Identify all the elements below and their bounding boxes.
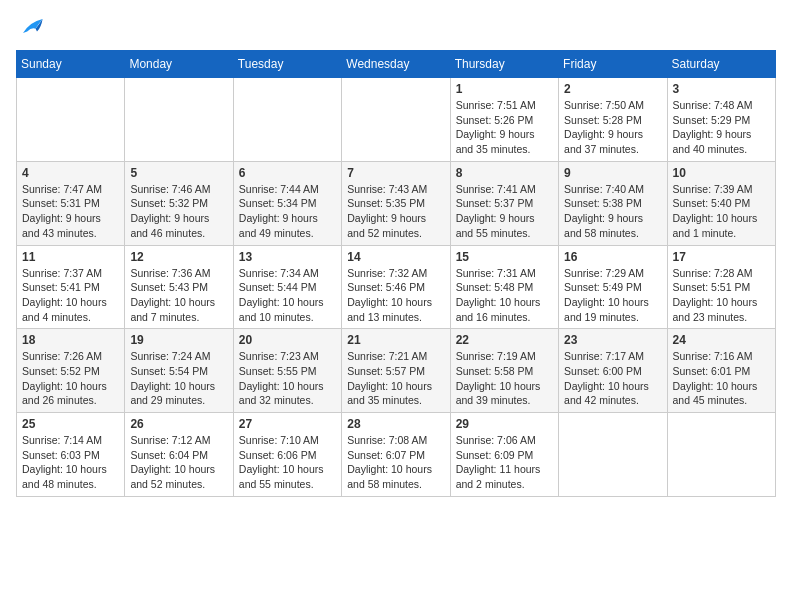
calendar-cell: 17Sunrise: 7:28 AMSunset: 5:51 PMDayligh… xyxy=(667,245,775,329)
day-number: 1 xyxy=(456,82,553,96)
day-number: 24 xyxy=(673,333,770,347)
calendar-cell: 24Sunrise: 7:16 AMSunset: 6:01 PMDayligh… xyxy=(667,329,775,413)
day-number: 29 xyxy=(456,417,553,431)
calendar-cell: 19Sunrise: 7:24 AMSunset: 5:54 PMDayligh… xyxy=(125,329,233,413)
day-info: Sunrise: 7:48 AMSunset: 5:29 PMDaylight:… xyxy=(673,98,770,157)
day-info: Sunrise: 7:10 AMSunset: 6:06 PMDaylight:… xyxy=(239,433,336,492)
day-number: 22 xyxy=(456,333,553,347)
day-number: 26 xyxy=(130,417,227,431)
calendar-cell: 15Sunrise: 7:31 AMSunset: 5:48 PMDayligh… xyxy=(450,245,558,329)
calendar-week-row: 18Sunrise: 7:26 AMSunset: 5:52 PMDayligh… xyxy=(17,329,776,413)
calendar-cell xyxy=(125,78,233,162)
calendar-cell: 25Sunrise: 7:14 AMSunset: 6:03 PMDayligh… xyxy=(17,413,125,497)
calendar-cell: 16Sunrise: 7:29 AMSunset: 5:49 PMDayligh… xyxy=(559,245,667,329)
day-number: 21 xyxy=(347,333,444,347)
day-info: Sunrise: 7:14 AMSunset: 6:03 PMDaylight:… xyxy=(22,433,119,492)
calendar-header-row: SundayMondayTuesdayWednesdayThursdayFrid… xyxy=(17,51,776,78)
day-number: 28 xyxy=(347,417,444,431)
day-info: Sunrise: 7:17 AMSunset: 6:00 PMDaylight:… xyxy=(564,349,661,408)
day-number: 27 xyxy=(239,417,336,431)
weekday-header-sunday: Sunday xyxy=(17,51,125,78)
day-info: Sunrise: 7:44 AMSunset: 5:34 PMDaylight:… xyxy=(239,182,336,241)
day-number: 3 xyxy=(673,82,770,96)
day-info: Sunrise: 7:39 AMSunset: 5:40 PMDaylight:… xyxy=(673,182,770,241)
calendar-cell: 6Sunrise: 7:44 AMSunset: 5:34 PMDaylight… xyxy=(233,161,341,245)
logo-icon xyxy=(16,16,44,40)
day-number: 7 xyxy=(347,166,444,180)
day-info: Sunrise: 7:26 AMSunset: 5:52 PMDaylight:… xyxy=(22,349,119,408)
calendar-cell: 22Sunrise: 7:19 AMSunset: 5:58 PMDayligh… xyxy=(450,329,558,413)
day-number: 4 xyxy=(22,166,119,180)
day-info: Sunrise: 7:51 AMSunset: 5:26 PMDaylight:… xyxy=(456,98,553,157)
day-info: Sunrise: 7:41 AMSunset: 5:37 PMDaylight:… xyxy=(456,182,553,241)
day-number: 18 xyxy=(22,333,119,347)
weekday-header-wednesday: Wednesday xyxy=(342,51,450,78)
calendar-week-row: 11Sunrise: 7:37 AMSunset: 5:41 PMDayligh… xyxy=(17,245,776,329)
weekday-header-saturday: Saturday xyxy=(667,51,775,78)
day-number: 2 xyxy=(564,82,661,96)
calendar-cell: 26Sunrise: 7:12 AMSunset: 6:04 PMDayligh… xyxy=(125,413,233,497)
day-number: 15 xyxy=(456,250,553,264)
calendar-cell: 4Sunrise: 7:47 AMSunset: 5:31 PMDaylight… xyxy=(17,161,125,245)
calendar-cell: 12Sunrise: 7:36 AMSunset: 5:43 PMDayligh… xyxy=(125,245,233,329)
calendar-cell xyxy=(233,78,341,162)
calendar-cell: 23Sunrise: 7:17 AMSunset: 6:00 PMDayligh… xyxy=(559,329,667,413)
calendar-week-row: 25Sunrise: 7:14 AMSunset: 6:03 PMDayligh… xyxy=(17,413,776,497)
calendar-cell: 27Sunrise: 7:10 AMSunset: 6:06 PMDayligh… xyxy=(233,413,341,497)
day-info: Sunrise: 7:36 AMSunset: 5:43 PMDaylight:… xyxy=(130,266,227,325)
day-info: Sunrise: 7:08 AMSunset: 6:07 PMDaylight:… xyxy=(347,433,444,492)
day-number: 9 xyxy=(564,166,661,180)
calendar-cell: 14Sunrise: 7:32 AMSunset: 5:46 PMDayligh… xyxy=(342,245,450,329)
day-number: 16 xyxy=(564,250,661,264)
day-info: Sunrise: 7:29 AMSunset: 5:49 PMDaylight:… xyxy=(564,266,661,325)
day-number: 12 xyxy=(130,250,227,264)
calendar-cell: 28Sunrise: 7:08 AMSunset: 6:07 PMDayligh… xyxy=(342,413,450,497)
calendar-week-row: 1Sunrise: 7:51 AMSunset: 5:26 PMDaylight… xyxy=(17,78,776,162)
day-info: Sunrise: 7:28 AMSunset: 5:51 PMDaylight:… xyxy=(673,266,770,325)
day-number: 10 xyxy=(673,166,770,180)
day-info: Sunrise: 7:21 AMSunset: 5:57 PMDaylight:… xyxy=(347,349,444,408)
weekday-header-thursday: Thursday xyxy=(450,51,558,78)
calendar-cell: 21Sunrise: 7:21 AMSunset: 5:57 PMDayligh… xyxy=(342,329,450,413)
day-number: 13 xyxy=(239,250,336,264)
day-info: Sunrise: 7:24 AMSunset: 5:54 PMDaylight:… xyxy=(130,349,227,408)
day-info: Sunrise: 7:46 AMSunset: 5:32 PMDaylight:… xyxy=(130,182,227,241)
day-info: Sunrise: 7:32 AMSunset: 5:46 PMDaylight:… xyxy=(347,266,444,325)
day-number: 19 xyxy=(130,333,227,347)
day-number: 20 xyxy=(239,333,336,347)
day-info: Sunrise: 7:34 AMSunset: 5:44 PMDaylight:… xyxy=(239,266,336,325)
day-number: 25 xyxy=(22,417,119,431)
calendar-cell xyxy=(559,413,667,497)
day-info: Sunrise: 7:43 AMSunset: 5:35 PMDaylight:… xyxy=(347,182,444,241)
day-info: Sunrise: 7:31 AMSunset: 5:48 PMDaylight:… xyxy=(456,266,553,325)
logo xyxy=(16,16,48,40)
day-number: 5 xyxy=(130,166,227,180)
day-info: Sunrise: 7:12 AMSunset: 6:04 PMDaylight:… xyxy=(130,433,227,492)
day-number: 6 xyxy=(239,166,336,180)
calendar-cell: 1Sunrise: 7:51 AMSunset: 5:26 PMDaylight… xyxy=(450,78,558,162)
day-number: 14 xyxy=(347,250,444,264)
day-number: 11 xyxy=(22,250,119,264)
calendar-cell xyxy=(17,78,125,162)
calendar-cell xyxy=(342,78,450,162)
calendar-cell: 18Sunrise: 7:26 AMSunset: 5:52 PMDayligh… xyxy=(17,329,125,413)
weekday-header-friday: Friday xyxy=(559,51,667,78)
calendar-cell: 2Sunrise: 7:50 AMSunset: 5:28 PMDaylight… xyxy=(559,78,667,162)
day-number: 23 xyxy=(564,333,661,347)
day-info: Sunrise: 7:23 AMSunset: 5:55 PMDaylight:… xyxy=(239,349,336,408)
calendar-week-row: 4Sunrise: 7:47 AMSunset: 5:31 PMDaylight… xyxy=(17,161,776,245)
weekday-header-monday: Monday xyxy=(125,51,233,78)
day-info: Sunrise: 7:37 AMSunset: 5:41 PMDaylight:… xyxy=(22,266,119,325)
page-header xyxy=(16,16,776,40)
calendar-cell: 5Sunrise: 7:46 AMSunset: 5:32 PMDaylight… xyxy=(125,161,233,245)
calendar-cell: 13Sunrise: 7:34 AMSunset: 5:44 PMDayligh… xyxy=(233,245,341,329)
calendar-cell: 9Sunrise: 7:40 AMSunset: 5:38 PMDaylight… xyxy=(559,161,667,245)
day-info: Sunrise: 7:19 AMSunset: 5:58 PMDaylight:… xyxy=(456,349,553,408)
calendar-cell: 20Sunrise: 7:23 AMSunset: 5:55 PMDayligh… xyxy=(233,329,341,413)
calendar-table: SundayMondayTuesdayWednesdayThursdayFrid… xyxy=(16,50,776,497)
day-number: 17 xyxy=(673,250,770,264)
calendar-cell: 10Sunrise: 7:39 AMSunset: 5:40 PMDayligh… xyxy=(667,161,775,245)
weekday-header-tuesday: Tuesday xyxy=(233,51,341,78)
day-info: Sunrise: 7:16 AMSunset: 6:01 PMDaylight:… xyxy=(673,349,770,408)
day-info: Sunrise: 7:40 AMSunset: 5:38 PMDaylight:… xyxy=(564,182,661,241)
